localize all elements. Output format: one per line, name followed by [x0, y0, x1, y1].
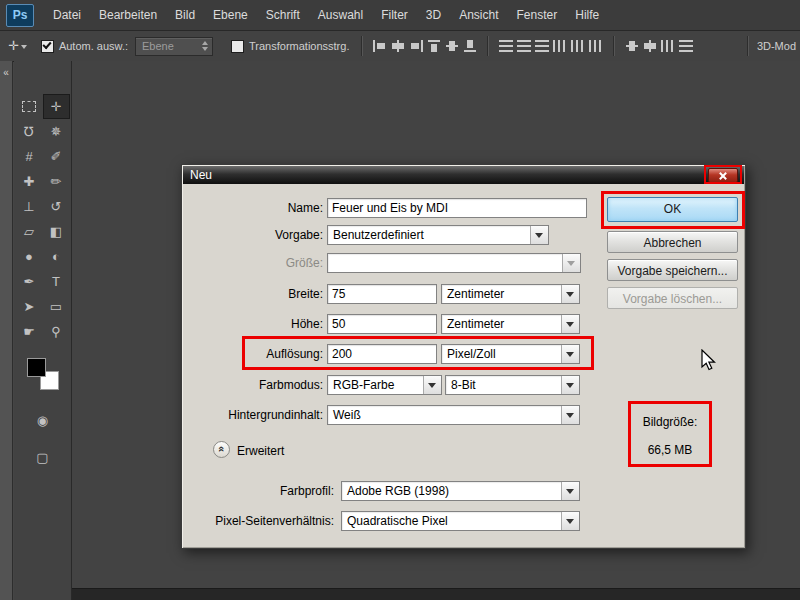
tool-path-selection[interactable]: ➤ — [16, 294, 43, 319]
tool-healing-brush[interactable]: ✚ — [16, 169, 43, 194]
distribute-left-icon[interactable] — [553, 40, 567, 52]
tool-brush[interactable]: ✏ — [43, 169, 70, 194]
menu-item-auswahl[interactable]: Auswahl — [309, 0, 372, 30]
align-center-icon[interactable] — [391, 40, 405, 52]
distribute-middle-icon[interactable] — [517, 40, 531, 52]
distribute-center-icon[interactable] — [571, 40, 585, 52]
foreground-color-swatch[interactable] — [27, 358, 46, 377]
width-input[interactable]: 75 — [327, 284, 437, 304]
auto-select-label: Autom. ausw.: — [59, 40, 128, 52]
tool-move[interactable]: ✛ — [43, 94, 70, 119]
options-bar: ✛ Autom. ausw.: Ebene Transformationsstr… — [0, 31, 800, 62]
align-left-icon[interactable] — [373, 40, 387, 52]
auto-align-icon[interactable] — [661, 40, 675, 52]
dialog-title: Neu — [190, 168, 212, 182]
photoshop-logo: Ps — [6, 4, 34, 27]
current-tool-button[interactable]: ✛ — [8, 39, 29, 53]
tool-shape[interactable]: ▭ — [43, 294, 70, 319]
menu-item-bild[interactable]: Bild — [166, 0, 204, 30]
tool-rectangular-marquee[interactable] — [16, 94, 43, 119]
color-mode-dropdown[interactable]: RGB-Farbe — [327, 375, 442, 395]
eyedropper-icon: ✐ — [51, 149, 62, 164]
tool-zoom[interactable]: ⚲ — [43, 319, 70, 344]
height-input[interactable]: 50 — [327, 314, 437, 334]
tool-eyedropper[interactable]: ✐ — [43, 144, 70, 169]
color-profile-dropdown[interactable]: Adobe RGB (1998) — [341, 481, 580, 501]
save-preset-button[interactable]: Vorgabe speichern... — [607, 259, 738, 281]
auto-blend-icon[interactable] — [679, 40, 693, 52]
align-middle-icon[interactable] — [445, 40, 459, 52]
name-input[interactable]: Feuer und Eis by MDI — [327, 198, 587, 218]
background-contents-label: Hintergrundinhalt: — [192, 408, 323, 422]
height-label: Höhe: — [192, 317, 323, 331]
document-bottom-bar — [72, 588, 800, 600]
distribute-bottom-icon[interactable] — [535, 40, 549, 52]
align-right-icon[interactable] — [409, 40, 423, 52]
width-unit-dropdown[interactable]: Zentimeter — [441, 284, 580, 304]
eraser-icon: ▱ — [24, 224, 34, 239]
tool-history-brush[interactable]: ↺ — [43, 194, 70, 219]
image-size-label: Bildgröße: — [631, 415, 709, 429]
menu-item-3d[interactable]: 3D — [417, 0, 450, 30]
separator — [613, 36, 615, 56]
distribute-right-icon[interactable] — [589, 40, 603, 52]
preset-value: Benutzerdefiniert — [333, 228, 424, 242]
pixel-aspect-dropdown[interactable]: Quadratische Pixel — [341, 511, 580, 531]
dropdown-arrow-icon — [561, 482, 579, 500]
tool-pen[interactable]: ✒ — [16, 269, 43, 294]
transform-controls-checkbox[interactable] — [231, 40, 244, 53]
updown-arrows-icon — [202, 38, 208, 54]
tool-screen-mode[interactable]: ▢ — [36, 445, 48, 470]
dodge-icon: ◐ — [52, 249, 60, 264]
align-top-icon[interactable] — [427, 40, 441, 52]
tool-type[interactable]: T — [43, 269, 70, 294]
menu-item-ansicht[interactable]: Ansicht — [450, 0, 507, 30]
height-unit-dropdown[interactable]: Zentimeter — [441, 314, 580, 334]
background-contents-dropdown[interactable]: Weiß — [327, 405, 580, 425]
tool-quick-selection[interactable]: ✵ — [43, 119, 70, 144]
pixel-aspect-label: Pixel-Seitenverhältnis: — [192, 514, 334, 528]
zoom-icon: ⚲ — [51, 324, 61, 339]
image-size-value: 66,5 MB — [631, 443, 709, 457]
color-profile-label: Farbprofil: — [192, 484, 334, 498]
tool-dodge[interactable]: ◐ — [43, 244, 70, 269]
panel-collapse-strip[interactable]: « — [0, 61, 13, 600]
cancel-button[interactable]: Abbrechen — [607, 231, 738, 253]
new-document-dialog: Neu Name: Feuer und Eis by MDI Vorgabe: … — [181, 164, 746, 549]
tool-lasso[interactable]: ℧ — [16, 119, 43, 144]
workspace-label[interactable]: 3D-Mod — [757, 40, 796, 52]
menu-item-filter[interactable]: Filter — [372, 0, 417, 30]
menu-item-ebene[interactable]: Ebene — [204, 0, 257, 30]
tool-gradient[interactable]: ◧ — [43, 219, 70, 244]
dialog-title-bar[interactable]: Neu — [183, 166, 744, 184]
size-label: Größe: — [192, 256, 323, 270]
tool-eraser[interactable]: ▱ — [16, 219, 43, 244]
menu-item-fenster[interactable]: Fenster — [508, 0, 567, 30]
tool-clone-stamp[interactable]: ⊥ — [16, 194, 43, 219]
quick-selection-icon: ✵ — [51, 124, 62, 139]
menu-item-schrift[interactable]: Schrift — [257, 0, 309, 30]
tool-crop[interactable]: # — [16, 144, 43, 169]
height-unit-value: Zentimeter — [447, 317, 504, 331]
distribute-spacing-v-icon[interactable] — [625, 40, 639, 52]
preset-dropdown[interactable]: Benutzerdefiniert — [327, 225, 549, 245]
auto-select-target-value: Ebene — [142, 40, 174, 52]
menu-item-datei[interactable]: Datei — [44, 0, 90, 30]
menu-item-hilfe[interactable]: Hilfe — [566, 0, 608, 30]
color-swatches[interactable] — [27, 358, 59, 390]
bit-depth-dropdown[interactable]: 8-Bit — [445, 375, 580, 395]
delete-preset-button: Vorgabe löschen... — [607, 287, 738, 309]
distribute-spacing-h-icon[interactable] — [643, 40, 657, 52]
advanced-expander-button[interactable]: « — [213, 441, 230, 458]
auto-select-target-dropdown[interactable]: Ebene — [135, 37, 213, 56]
menu-item-bearbeiten[interactable]: Bearbeiten — [90, 0, 166, 30]
auto-select-checkbox[interactable] — [41, 40, 54, 53]
separator — [361, 36, 363, 56]
tool-blur[interactable]: ● — [16, 244, 43, 269]
align-bottom-icon[interactable] — [463, 40, 477, 52]
tool-quick-mask[interactable]: ◉ — [37, 408, 48, 433]
width-unit-value: Zentimeter — [447, 287, 504, 301]
tool-hand[interactable]: ☛ — [16, 319, 43, 344]
distribute-top-icon[interactable] — [499, 40, 513, 52]
history-brush-icon: ↺ — [51, 199, 62, 214]
